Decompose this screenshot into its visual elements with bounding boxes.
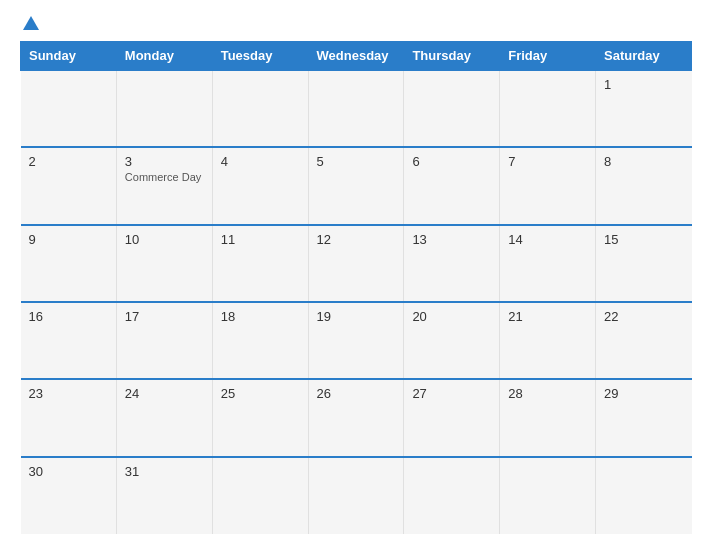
calendar-cell: 1 [596,70,692,147]
weekday-header-wednesday: Wednesday [308,42,404,71]
day-number: 24 [125,386,204,401]
calendar-cell: 14 [500,225,596,302]
calendar-cell: 22 [596,302,692,379]
calendar-week-row: 3031 [21,457,692,534]
calendar-week-row: 9101112131415 [21,225,692,302]
day-number: 17 [125,309,204,324]
logo-blue-text [20,16,39,31]
day-number: 15 [604,232,683,247]
calendar-cell: 26 [308,379,404,456]
calendar-cell: 29 [596,379,692,456]
weekday-header-tuesday: Tuesday [212,42,308,71]
calendar-cell: 25 [212,379,308,456]
day-number: 18 [221,309,300,324]
day-number: 9 [29,232,108,247]
calendar-cell [404,457,500,534]
day-number: 3 [125,154,204,169]
calendar-cell: 16 [21,302,117,379]
calendar-cell: 30 [21,457,117,534]
logo [20,16,39,31]
weekday-header-saturday: Saturday [596,42,692,71]
calendar-cell: 17 [116,302,212,379]
calendar-cell [212,70,308,147]
calendar-cell: 7 [500,147,596,224]
calendar-cell [308,70,404,147]
calendar-header [20,16,692,31]
calendar-cell: 18 [212,302,308,379]
calendar-cell: 20 [404,302,500,379]
weekday-header-row: SundayMondayTuesdayWednesdayThursdayFrid… [21,42,692,71]
day-number: 20 [412,309,491,324]
calendar-cell [116,70,212,147]
calendar-week-row: 16171819202122 [21,302,692,379]
calendar-cell: 15 [596,225,692,302]
day-number: 21 [508,309,587,324]
calendar-cell: 11 [212,225,308,302]
calendar-cell [404,70,500,147]
day-number: 4 [221,154,300,169]
calendar-cell: 13 [404,225,500,302]
day-number: 25 [221,386,300,401]
day-number: 28 [508,386,587,401]
weekday-header-friday: Friday [500,42,596,71]
day-number: 31 [125,464,204,479]
day-number: 26 [317,386,396,401]
day-number: 23 [29,386,108,401]
calendar-cell: 27 [404,379,500,456]
calendar-cell: 8 [596,147,692,224]
holiday-label: Commerce Day [125,171,204,183]
calendar-week-row: 1 [21,70,692,147]
day-number: 16 [29,309,108,324]
day-number: 19 [317,309,396,324]
calendar-week-row: 23242526272829 [21,379,692,456]
calendar-cell: 3Commerce Day [116,147,212,224]
calendar-cell: 2 [21,147,117,224]
calendar-table: SundayMondayTuesdayWednesdayThursdayFrid… [20,41,692,534]
weekday-header-monday: Monday [116,42,212,71]
day-number: 14 [508,232,587,247]
calendar-cell [596,457,692,534]
day-number: 10 [125,232,204,247]
calendar-cell [212,457,308,534]
day-number: 27 [412,386,491,401]
calendar-cell: 12 [308,225,404,302]
calendar-cell: 31 [116,457,212,534]
day-number: 1 [604,77,683,92]
calendar-cell: 24 [116,379,212,456]
calendar-cell: 5 [308,147,404,224]
calendar-cell [500,70,596,147]
calendar-cell: 9 [21,225,117,302]
day-number: 12 [317,232,396,247]
day-number: 7 [508,154,587,169]
calendar-week-row: 23Commerce Day45678 [21,147,692,224]
calendar-cell: 4 [212,147,308,224]
calendar-cell: 19 [308,302,404,379]
calendar-cell [500,457,596,534]
calendar-cell: 6 [404,147,500,224]
calendar-cell: 10 [116,225,212,302]
weekday-header-thursday: Thursday [404,42,500,71]
day-number: 6 [412,154,491,169]
calendar-cell: 21 [500,302,596,379]
day-number: 11 [221,232,300,247]
day-number: 2 [29,154,108,169]
calendar-cell [308,457,404,534]
calendar-cell: 28 [500,379,596,456]
calendar-cell: 23 [21,379,117,456]
day-number: 5 [317,154,396,169]
calendar-cell [21,70,117,147]
logo-triangle-icon [23,16,39,30]
day-number: 8 [604,154,683,169]
day-number: 22 [604,309,683,324]
day-number: 29 [604,386,683,401]
day-number: 13 [412,232,491,247]
day-number: 30 [29,464,108,479]
weekday-header-sunday: Sunday [21,42,117,71]
